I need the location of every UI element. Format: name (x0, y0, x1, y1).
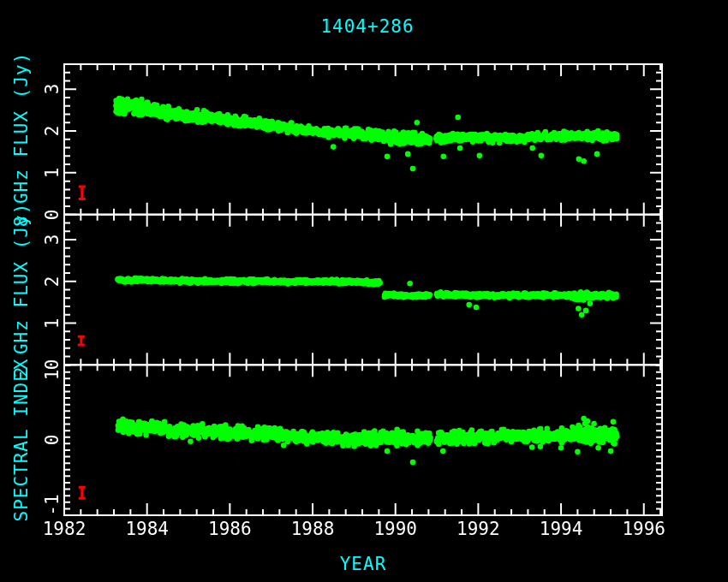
y-tick-label: 3 (44, 235, 62, 246)
y-tick-label: 0 (44, 209, 62, 220)
x-tick-label: 1996 (622, 520, 665, 538)
x-tick-label: 1990 (373, 520, 417, 538)
y-axis-title-8ghz: 8 GHz FLUX (Jy) (13, 52, 31, 228)
x-tick-label: 1988 (291, 520, 335, 538)
y-tick-label: 1 (44, 370, 62, 381)
chart-title: 1404+286 (320, 18, 414, 36)
y-axis-title-spectral-index: SPECTRAL INDEX (13, 358, 31, 521)
plot-canvas (0, 0, 728, 582)
light-curve-figure: 1404+286 8 GHz FLUX (Jy) 2 GHz FLUX (Jy)… (0, 0, 728, 582)
x-tick-label: 1982 (43, 520, 87, 538)
y-tick-label: 1 (44, 168, 62, 179)
y-axis-title-2ghz: 2 GHz FLUX (Jy) (13, 203, 31, 378)
y-tick-label: 2 (44, 276, 62, 287)
y-tick-label: 2 (44, 126, 62, 137)
x-tick-label: 1984 (125, 520, 169, 538)
y-tick-label: 0 (44, 435, 62, 446)
x-axis-title: YEAR (340, 555, 387, 573)
x-tick-label: 1986 (208, 520, 252, 538)
x-tick-label: 1992 (456, 520, 500, 538)
y-tick-label: 1 (44, 318, 62, 329)
x-tick-label: 1994 (540, 520, 583, 538)
y-tick-label: 3 (44, 84, 62, 95)
y-tick-label: -1 (44, 495, 62, 516)
